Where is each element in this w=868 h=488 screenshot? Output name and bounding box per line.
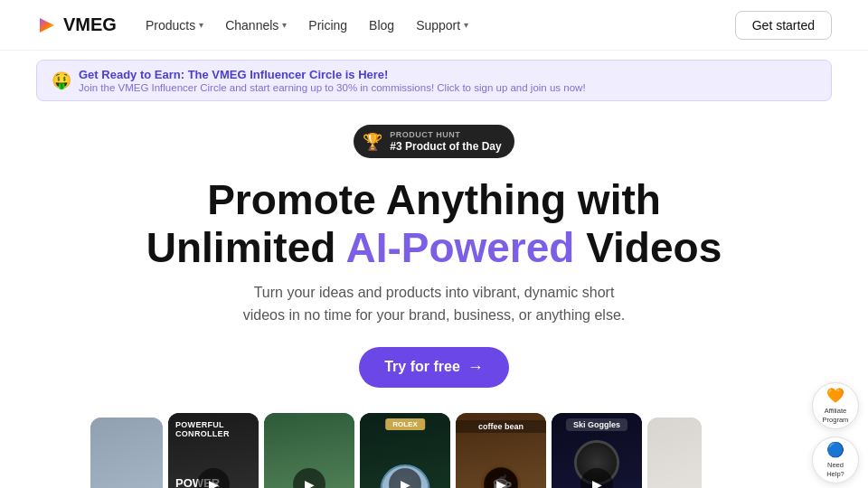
- chevron-down-icon: ▾: [199, 20, 203, 30]
- video-strip: POWERFUL CONROLLER POWERFULCONROLLER ▶ ▶…: [0, 397, 868, 488]
- ski-badge: Ski Goggles: [566, 418, 627, 431]
- side-widgets: 🧡 AffiliateProgram 🔵 NeedHelp?: [812, 382, 859, 483]
- ph-badge-text: Product Hunt #3 Product of the Day: [390, 130, 501, 153]
- nav-item-pricing[interactable]: Pricing: [308, 18, 347, 33]
- nav-item-blog[interactable]: Blog: [369, 18, 394, 33]
- video-card-coffee[interactable]: coffee bean ☕ Just ground a new bag of c…: [456, 413, 546, 488]
- logo[interactable]: VMEG: [36, 14, 117, 36]
- nav-item-support[interactable]: Support ▾: [416, 18, 468, 33]
- banner[interactable]: 🤑 Get Ready to Earn: The VMEG Influencer…: [36, 60, 832, 101]
- hero-subtitle: Turn your ideas and products into vibran…: [235, 281, 633, 327]
- video-card-controller[interactable]: POWERFUL CONROLLER POWERFULCONROLLER ▶: [168, 413, 259, 488]
- chevron-down-icon: ▾: [464, 20, 468, 30]
- video-card-partial-right[interactable]: [647, 418, 702, 488]
- logo-icon: [36, 14, 58, 36]
- video-label-controller: POWERFUL CONROLLER: [175, 420, 251, 438]
- nav-item-channels[interactable]: Channels ▾: [225, 18, 287, 33]
- affiliate-widget[interactable]: 🧡 AffiliateProgram: [812, 382, 859, 429]
- banner-sub-text: Join the VMEG Influencer Circle and star…: [79, 82, 586, 93]
- affiliate-icon: 🧡: [826, 387, 844, 406]
- product-hunt-badge[interactable]: 🏆 Product Hunt #3 Product of the Day: [354, 125, 514, 158]
- arrow-icon: →: [467, 358, 484, 377]
- video-card-partial-left[interactable]: [90, 418, 163, 488]
- coffee-label: coffee bean: [456, 420, 546, 433]
- video-card-pagoda[interactable]: ▶: [264, 413, 354, 488]
- nav-links: Products ▾ Channels ▾ Pricing Blog Suppo…: [146, 18, 468, 33]
- svg-marker-0: [40, 18, 54, 33]
- hero-ai-text: AI-Powered: [345, 224, 574, 271]
- chevron-down-icon: ▾: [282, 20, 287, 30]
- banner-main-text: Get Ready to Earn: The VMEG Influencer C…: [79, 68, 388, 81]
- hero-section: Promote Anything with Unlimited AI-Power…: [0, 158, 868, 388]
- video-card-ski[interactable]: Ski Goggles Just suited up with my new s…: [552, 413, 642, 488]
- logo-text: VMEG: [63, 14, 117, 35]
- rolex-badge: ROLEX: [385, 418, 425, 430]
- trophy-icon: 🏆: [363, 132, 382, 152]
- help-icon: 🔵: [826, 441, 844, 460]
- help-widget[interactable]: 🔵 NeedHelp?: [812, 436, 859, 483]
- nav-item-products[interactable]: Products ▾: [146, 18, 203, 33]
- ph-badge-container: 🏆 Product Hunt #3 Product of the Day: [0, 114, 868, 158]
- banner-icon: 🤑: [52, 70, 71, 90]
- navbar-left: VMEG Products ▾ Channels ▾ Pricing Blog …: [36, 14, 468, 36]
- banner-content: Get Ready to Earn: The VMEG Influencer C…: [79, 68, 586, 93]
- hero-title: Promote Anything with Unlimited AI-Power…: [36, 176, 832, 272]
- try-for-free-button[interactable]: Try for free →: [359, 347, 509, 388]
- video-card-watch[interactable]: ROLEX ▶: [360, 413, 450, 488]
- get-started-button[interactable]: Get started: [735, 11, 832, 40]
- navbar: VMEG Products ▾ Channels ▾ Pricing Blog …: [0, 0, 868, 51]
